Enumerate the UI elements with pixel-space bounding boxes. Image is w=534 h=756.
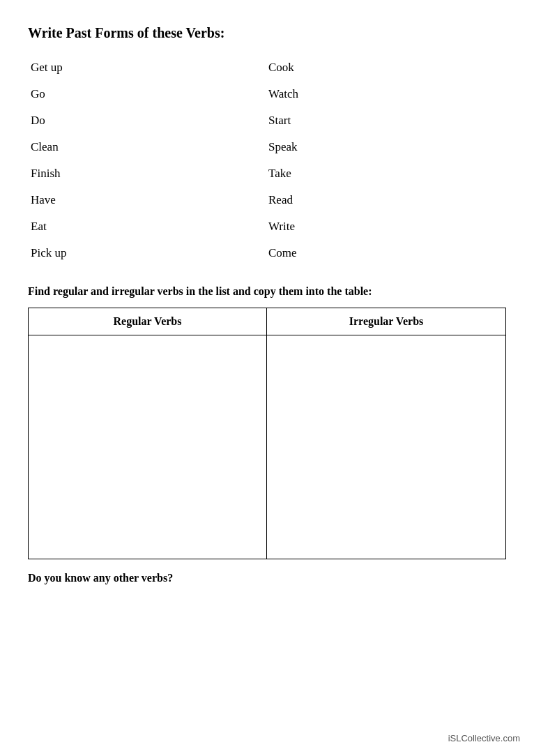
page: Write Past Forms of these Verbs: Get up …: [0, 0, 534, 756]
verb-item-write: Write: [268, 220, 506, 234]
verb-item-clean: Clean: [31, 140, 268, 154]
footer-question: Do you know any other verbs?: [28, 572, 506, 584]
verb-item-finish: Finish: [31, 167, 268, 181]
verb-item-eat: Eat: [31, 220, 268, 234]
verb-item-go: Go: [31, 87, 268, 101]
irregular-verbs-cell[interactable]: [267, 335, 505, 559]
irregular-verbs-header: Irregular Verbs: [267, 308, 505, 335]
page-title: Write Past Forms of these Verbs:: [28, 25, 506, 41]
verb-item-cook: Cook: [268, 61, 506, 75]
verb-item-watch: Watch: [268, 87, 506, 101]
table-header: Regular Verbs Irregular Verbs: [29, 308, 505, 335]
verb-item-come: Come: [268, 246, 506, 260]
verbs-grid: Get up Cook Go Watch Do Start Clean Spea…: [28, 61, 506, 260]
verb-item-take: Take: [268, 167, 506, 181]
verb-item-speak: Speak: [268, 140, 506, 154]
verb-item-read: Read: [268, 193, 506, 207]
verb-item-get-up: Get up: [31, 61, 268, 75]
regular-verbs-header: Regular Verbs: [29, 308, 267, 335]
section-instruction: Find regular and irregular verbs in the …: [28, 285, 506, 298]
regular-verbs-cell[interactable]: [29, 335, 267, 559]
verb-item-start: Start: [268, 114, 506, 128]
table-body: [29, 335, 505, 559]
verb-item-pick-up: Pick up: [31, 246, 268, 260]
verb-item-have: Have: [31, 193, 268, 207]
verb-item-do: Do: [31, 114, 268, 128]
watermark: iSLCollective.com: [448, 733, 520, 743]
verbs-table: Regular Verbs Irregular Verbs: [28, 308, 506, 559]
